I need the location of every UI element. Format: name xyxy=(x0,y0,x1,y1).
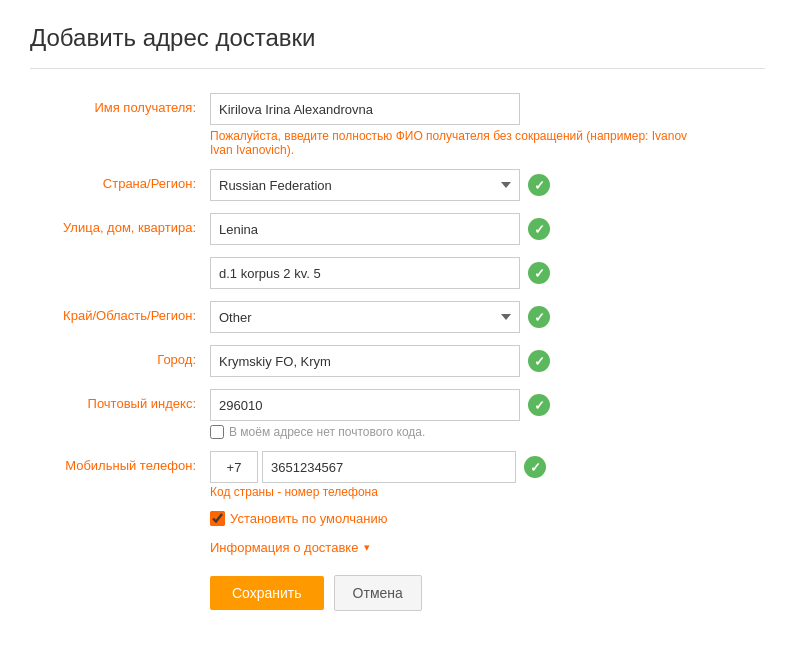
page-container: Добавить адрес доставки Имя получателя: … xyxy=(0,0,795,645)
recipient-field-wrap: Пожалуйста, введите полностью ФИО получа… xyxy=(210,93,765,157)
info-row: Информация о доставке ▾ xyxy=(210,540,765,555)
button-row: Сохранить Отмена xyxy=(210,575,765,611)
street1-input-row xyxy=(210,213,765,245)
recipient-input-row xyxy=(210,93,765,125)
region-select[interactable]: Other xyxy=(210,301,520,333)
recipient-input[interactable] xyxy=(210,93,520,125)
city-check-icon xyxy=(528,350,550,372)
street1-input[interactable] xyxy=(210,213,520,245)
no-postal-label[interactable]: В моём адресе нет почтового кода. xyxy=(229,425,425,439)
phone-wrap xyxy=(210,451,516,483)
postal-input-row xyxy=(210,389,765,421)
phone-code-input[interactable] xyxy=(210,451,258,483)
street2-row xyxy=(30,257,765,289)
country-label: Страна/Регион: xyxy=(30,169,210,191)
region-check-icon xyxy=(528,306,550,328)
street2-field-wrap xyxy=(210,257,765,289)
street2-input[interactable] xyxy=(210,257,520,289)
recipient-hint: Пожалуйста, введите полностью ФИО получа… xyxy=(210,129,700,157)
postal-label: Почтовый индекс: xyxy=(30,389,210,411)
city-input-row xyxy=(210,345,765,377)
city-field-wrap xyxy=(210,345,765,377)
postal-row: Почтовый индекс: В моём адресе нет почто… xyxy=(30,389,765,439)
region-row: Край/Область/Регион: Other xyxy=(30,301,765,333)
city-label: Город: xyxy=(30,345,210,367)
phone-field-wrap: Код страны - номер телефона xyxy=(210,451,765,499)
street2-check-icon xyxy=(528,262,550,284)
phone-check-icon xyxy=(524,456,546,478)
no-postal-row: В моём адресе нет почтового кода. xyxy=(210,425,765,439)
street-label: Улица, дом, квартира: xyxy=(30,213,210,235)
default-label[interactable]: Установить по умолчанию xyxy=(230,511,387,526)
default-row: Установить по умолчанию xyxy=(210,511,765,526)
region-input-row: Other xyxy=(210,301,765,333)
country-check-icon xyxy=(528,174,550,196)
country-field-wrap: Russian Federation xyxy=(210,169,765,201)
postal-input[interactable] xyxy=(210,389,520,421)
phone-number-input[interactable] xyxy=(262,451,516,483)
postal-check-icon xyxy=(528,394,550,416)
info-link[interactable]: Информация о доставке xyxy=(210,540,358,555)
region-label: Край/Область/Регион: xyxy=(30,301,210,323)
street1-field-wrap xyxy=(210,213,765,245)
city-row: Город: xyxy=(30,345,765,377)
page-title: Добавить адрес доставки xyxy=(30,24,765,69)
recipient-row: Имя получателя: Пожалуйста, введите полн… xyxy=(30,93,765,157)
postal-field-wrap: В моём адресе нет почтового кода. xyxy=(210,389,765,439)
street1-row: Улица, дом, квартира: xyxy=(30,213,765,245)
chevron-down-icon: ▾ xyxy=(364,541,370,554)
street2-input-row xyxy=(210,257,765,289)
country-input-row: Russian Federation xyxy=(210,169,765,201)
save-button[interactable]: Сохранить xyxy=(210,576,324,610)
phone-input-row xyxy=(210,451,765,483)
city-input[interactable] xyxy=(210,345,520,377)
country-select[interactable]: Russian Federation xyxy=(210,169,520,201)
no-postal-checkbox[interactable] xyxy=(210,425,224,439)
delivery-form: Имя получателя: Пожалуйста, введите полн… xyxy=(30,93,765,611)
cancel-button[interactable]: Отмена xyxy=(334,575,422,611)
default-checkbox[interactable] xyxy=(210,511,225,526)
phone-hint: Код страны - номер телефона xyxy=(210,485,765,499)
region-field-wrap: Other xyxy=(210,301,765,333)
phone-row: Мобильный телефон: Код страны - номер те… xyxy=(30,451,765,499)
street1-check-icon xyxy=(528,218,550,240)
country-row: Страна/Регион: Russian Federation xyxy=(30,169,765,201)
phone-label: Мобильный телефон: xyxy=(30,451,210,473)
recipient-label: Имя получателя: xyxy=(30,93,210,115)
